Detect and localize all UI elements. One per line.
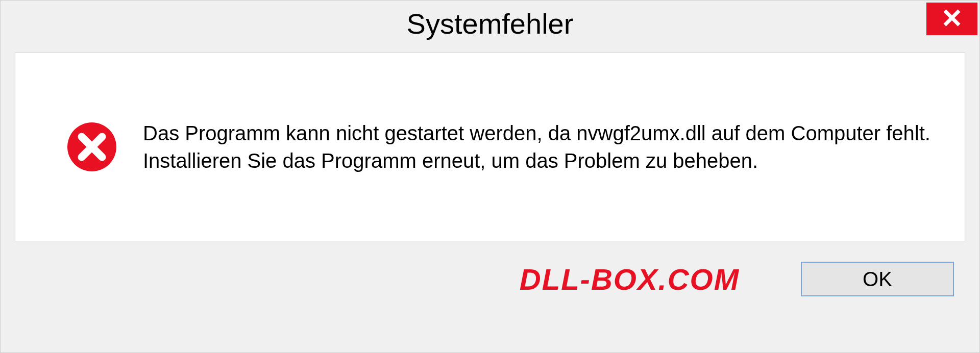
ok-button[interactable]: OK bbox=[801, 262, 954, 296]
close-button[interactable] bbox=[926, 3, 977, 35]
error-message: Das Programm kann nicht gestartet werden… bbox=[143, 119, 934, 174]
message-panel: Das Programm kann nicht gestartet werden… bbox=[15, 53, 965, 241]
error-icon bbox=[66, 121, 117, 172]
close-icon bbox=[942, 8, 962, 30]
dialog-title: Systemfehler bbox=[407, 7, 574, 40]
watermark-text: DLL-BOX.COM bbox=[520, 262, 740, 296]
dialog-footer: DLL-BOX.COM OK bbox=[1, 251, 979, 307]
titlebar: Systemfehler bbox=[1, 1, 979, 46]
